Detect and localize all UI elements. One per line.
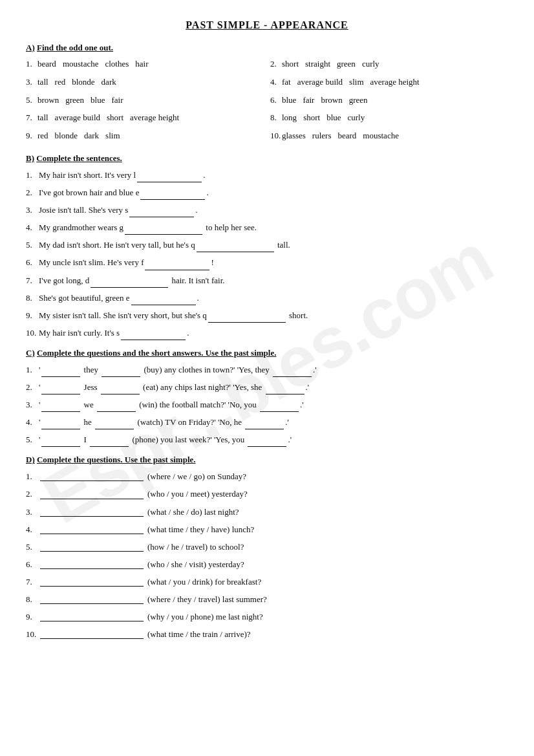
answer-blank[interactable] bbox=[40, 612, 144, 621]
odd-word: blue bbox=[326, 111, 341, 125]
d-hint: (why / you / phone) me last night? bbox=[147, 610, 263, 624]
odd-word: long bbox=[282, 111, 297, 125]
question-text: ' he (watch) TV on Friday?' 'No, he .' bbox=[39, 415, 508, 429]
answer-blank[interactable] bbox=[40, 472, 144, 481]
odd-word: brown bbox=[37, 94, 59, 107]
odd-word: green bbox=[337, 58, 356, 71]
sentence-text: I've got brown hair and blue e. bbox=[39, 186, 508, 200]
answer-blank[interactable] bbox=[91, 279, 168, 288]
answer-blank[interactable] bbox=[140, 191, 205, 200]
sentence-num: 7. bbox=[26, 274, 39, 288]
question-num: 2. bbox=[26, 380, 39, 394]
answer-blank[interactable] bbox=[41, 368, 80, 377]
answer-blank[interactable] bbox=[41, 420, 80, 429]
answer-blank[interactable] bbox=[97, 403, 136, 412]
odd-word: glasses bbox=[282, 129, 306, 143]
answer-blank[interactable] bbox=[40, 630, 144, 639]
odd-word: beard bbox=[337, 129, 356, 143]
odd-word: red bbox=[55, 76, 66, 89]
answer-blank[interactable] bbox=[41, 403, 80, 412]
odd-word: fair bbox=[111, 94, 123, 107]
section-a-content: 1. beard moustache clothes hair 2. short… bbox=[26, 58, 508, 146]
answer-blank[interactable] bbox=[40, 490, 144, 499]
sentence-text: Josie isn't tall. She's very s. bbox=[39, 203, 508, 217]
answer-blank[interactable] bbox=[101, 368, 140, 377]
d-hint: (where / they / travel) last summer? bbox=[147, 592, 267, 607]
d-num: 9. bbox=[26, 610, 40, 624]
answer-blank[interactable] bbox=[121, 331, 186, 340]
odd-word: blue bbox=[282, 94, 296, 107]
d-num: 7. bbox=[26, 575, 40, 589]
odd-word: straight bbox=[305, 58, 330, 71]
odd-num-1: 1. bbox=[26, 58, 37, 71]
odd-num-6: 6. bbox=[270, 94, 282, 107]
answer-blank[interactable] bbox=[90, 438, 129, 447]
answer-blank[interactable] bbox=[248, 438, 286, 447]
question-num: 1. bbox=[26, 363, 39, 377]
answer-blank[interactable] bbox=[137, 173, 202, 182]
d-hint: (what / she / do) last night? bbox=[147, 505, 239, 519]
odd-word: blue bbox=[91, 94, 105, 107]
odd-word: curly bbox=[362, 58, 379, 71]
answer-blank[interactable] bbox=[41, 438, 80, 447]
odd-word: dark bbox=[101, 76, 116, 89]
d-hint: (what / you / drink) for breakfast? bbox=[147, 575, 261, 589]
sentence-num: 5. bbox=[26, 238, 39, 252]
question-text: ' Jess (eat) any chips last night?' 'Yes… bbox=[39, 380, 508, 394]
answer-blank[interactable] bbox=[266, 385, 304, 394]
answer-blank[interactable] bbox=[260, 403, 299, 412]
d-num: 10. bbox=[26, 627, 40, 642]
question-num: 5. bbox=[26, 433, 39, 447]
d-num: 1. bbox=[26, 470, 40, 484]
sentence-text: My sister isn't tall. She isn't very sho… bbox=[39, 308, 508, 323]
answer-blank[interactable] bbox=[101, 385, 140, 394]
sentence-num: 10. bbox=[26, 326, 39, 340]
odd-word: tall bbox=[37, 76, 48, 89]
answer-blank[interactable] bbox=[40, 525, 144, 534]
answer-blank[interactable] bbox=[40, 508, 144, 517]
question-num: 4. bbox=[26, 415, 39, 429]
sentence-num: 6. bbox=[26, 255, 39, 270]
d-hint: (who / she / visit) yesterday? bbox=[147, 557, 244, 572]
section-c-content: 1. ' they (buy) any clothes in town?' 'Y… bbox=[26, 363, 508, 447]
section-b-content: 1. My hair isn't short. It's very l. 2. … bbox=[26, 168, 508, 340]
sentence-text: My uncle isn't slim. He's very f! bbox=[39, 255, 508, 270]
d-num: 6. bbox=[26, 557, 40, 572]
answer-blank[interactable] bbox=[245, 420, 284, 429]
odd-word: average height bbox=[370, 76, 420, 89]
odd-word: tall bbox=[37, 111, 48, 125]
sentence-num: 1. bbox=[26, 168, 39, 182]
sentence-num: 3. bbox=[26, 203, 39, 217]
answer-blank[interactable] bbox=[273, 368, 312, 377]
answer-blank[interactable] bbox=[40, 560, 144, 569]
sentence-text: My hair isn't curly. It's s. bbox=[39, 326, 508, 340]
answer-blank[interactable] bbox=[40, 595, 144, 604]
page-title: PAST SIMPLE - APPEARANCE bbox=[26, 19, 508, 31]
sentence-text: My grandmother wears g to help her see. bbox=[39, 221, 508, 235]
odd-word: moustache bbox=[363, 129, 399, 143]
question-text: ' they (buy) any clothes in town?' 'Yes,… bbox=[39, 363, 508, 377]
answer-blank[interactable] bbox=[208, 314, 286, 323]
answer-blank[interactable] bbox=[40, 578, 144, 587]
sentence-num: 4. bbox=[26, 221, 39, 235]
d-hint: (how / he / travel) to school? bbox=[147, 540, 244, 554]
odd-num-9: 9. bbox=[26, 129, 37, 143]
answer-blank[interactable] bbox=[95, 420, 134, 429]
sentence-text: My dad isn't short. He isn't very tall, … bbox=[39, 238, 508, 252]
answer-blank[interactable] bbox=[197, 243, 274, 252]
answer-blank[interactable] bbox=[129, 208, 194, 217]
odd-word: dark bbox=[84, 129, 99, 143]
answer-blank[interactable] bbox=[131, 296, 196, 305]
sentence-text: She's got beautiful, green e. bbox=[39, 291, 508, 305]
odd-word: blonde bbox=[55, 129, 78, 143]
answer-blank[interactable] bbox=[145, 261, 209, 270]
answer-blank[interactable] bbox=[41, 385, 80, 394]
odd-word: moustache bbox=[63, 58, 99, 71]
odd-num-2: 2. bbox=[270, 58, 282, 71]
odd-word: curly bbox=[348, 111, 365, 125]
answer-blank[interactable] bbox=[40, 543, 144, 552]
question-text: ' I (phone) you last week?' 'Yes, you .' bbox=[39, 433, 508, 447]
odd-num-3: 3. bbox=[26, 76, 37, 89]
answer-blank[interactable] bbox=[125, 226, 202, 235]
odd-num-7: 7. bbox=[26, 111, 37, 125]
